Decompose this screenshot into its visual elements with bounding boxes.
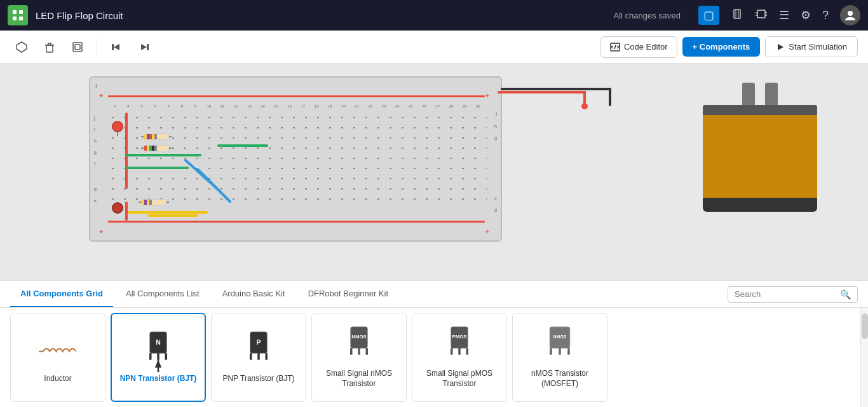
code-editor-button[interactable]: Code Editor [600,36,677,58]
col-num: 11 [215,104,229,112]
svg-line-21 [614,45,616,49]
gear-icon[interactable]: ⚙ [801,8,811,22]
component-card-inductor[interactable]: Inductor [10,313,105,402]
delete-button[interactable] [38,36,61,59]
fit-screen-button[interactable] [66,36,89,59]
battery-body [703,115,817,198]
rail-red-bottom [108,221,485,223]
scrollbar-track[interactable] [860,308,868,407]
col-num: 7 [162,104,175,112]
npn-icon: N [139,331,177,369]
bb-label-i: I [95,83,97,89]
col-num: 2 [108,104,121,112]
led-bottom[interactable] [112,202,123,214]
scrollbar-thumb[interactable] [862,314,868,339]
nmos2-icon: NMOS [541,326,579,364]
start-simulation-button[interactable]: Start Simulation [765,36,858,57]
col-num: 8 [175,104,189,112]
search-input[interactable] [735,289,836,299]
svg-text:P: P [256,338,261,346]
battery-base [703,198,817,212]
list-icon[interactable]: ☰ [779,8,789,22]
next-button[interactable] [133,36,156,59]
bb-letters-left-bottom: e d [94,184,97,205]
tab-all-grid[interactable]: All Components Grid [10,281,113,307]
svg-rect-18 [147,44,149,50]
letter-d-right: d [494,205,497,215]
component-grid: Inductor N [0,308,623,407]
svg-marker-17 [114,44,119,50]
col-num: 6 [149,104,162,112]
svg-point-32 [581,103,588,109]
svg-rect-3 [19,17,23,20]
breadboard-body: I + + 2 4 5 6 7 8 9 [89,76,502,242]
bb-letters-right-bottom: e d [494,193,497,215]
tab-arduino[interactable]: Arduino Basic Kit [212,281,295,307]
save-status: All changes saved [613,11,681,20]
tab-dfrobot[interactable]: DFRobot Beginner Kit [298,281,398,307]
toolbar: Code Editor + Components Start Simulatio… [0,31,868,64]
search-area: 🔍 [728,286,858,303]
component-panel: All Components Grid All Components List … [0,280,868,407]
bb-plus-bottom-right: + [485,228,489,235]
col-num: 9 [189,104,202,112]
terminal-positive [765,83,778,105]
top-nav: LED Flip Flop Circuit All changes saved … [0,0,868,31]
pmos-icon: PMOS [440,326,478,364]
component-card-nmos2[interactable]: NMOS nMOS Transistor (MOSFET) [512,313,607,402]
resistor-1[interactable] [141,134,172,140]
nmos-icon: NMOS [340,326,378,364]
pnp-label: PNP Transistor (BJT) [222,374,294,384]
svg-rect-14 [73,43,82,52]
letter-e: e [94,195,97,205]
col-num: 22 [363,104,377,112]
component-grid-wrapper: Inductor N [0,308,868,407]
tab-all-list[interactable]: All Components List [116,281,210,307]
svg-point-12 [848,11,853,16]
svg-rect-2 [13,17,17,20]
col-num: 25 [404,104,417,112]
search-icon: 🔍 [840,289,851,300]
component-card-pmos[interactable]: PMOS Small Signal pMOS Transistor [412,313,507,402]
prev-button[interactable] [105,36,128,59]
toolbar-left [10,36,595,59]
circuit-icon[interactable]: ▢ [698,6,719,25]
svg-rect-0 [13,10,17,14]
bb-plus-right: + [485,92,489,99]
bb-letters-right: h g [494,121,497,142]
svg-rect-1 [19,10,23,14]
toolbar-right: Code Editor + Components Start Simulatio… [600,36,858,58]
code-editor-label: Code Editor [624,42,668,52]
main-area: I + + 2 4 5 6 7 8 9 [0,64,868,407]
resistor-2[interactable] [141,145,172,151]
led-bottom-body [112,202,123,214]
add-shape-button[interactable] [10,36,33,59]
letter-i: i [94,124,97,134]
app-logo[interactable] [8,5,28,25]
svg-text:NMOS: NMOS [553,335,567,339]
app-title: LED Flip Flop Circuit [36,10,606,21]
led-component[interactable] [112,121,123,136]
battery-terminals [703,83,817,105]
chip-icon[interactable] [731,8,743,24]
user-avatar[interactable] [840,5,860,25]
svg-rect-30 [147,214,198,217]
battery-component[interactable] [703,83,817,212]
svg-marker-22 [778,44,783,50]
svg-rect-26 [125,211,208,214]
svg-rect-7 [757,10,765,18]
bb-plus-bottom-left: + [99,228,103,235]
components-label: + Components [693,42,750,52]
letter-e-right: e [494,193,497,204]
chip2-icon[interactable] [755,8,768,24]
col-num: 29 [458,104,471,112]
breadboard[interactable]: I + + 2 4 5 6 7 8 9 [89,76,502,242]
help-icon[interactable]: ? [822,9,829,22]
letter-f: f [94,158,97,169]
bb-plus-left: + [99,92,103,99]
component-card-npn[interactable]: N NPN Transistor (BJT) [111,313,206,402]
component-card-nmos[interactable]: NMOS Small Signal nMOS Transistor [311,313,407,402]
components-button[interactable]: + Components [682,37,761,57]
component-card-pnp[interactable]: P PNP Transistor (BJT) [211,313,306,402]
resistor-3[interactable] [139,199,169,205]
